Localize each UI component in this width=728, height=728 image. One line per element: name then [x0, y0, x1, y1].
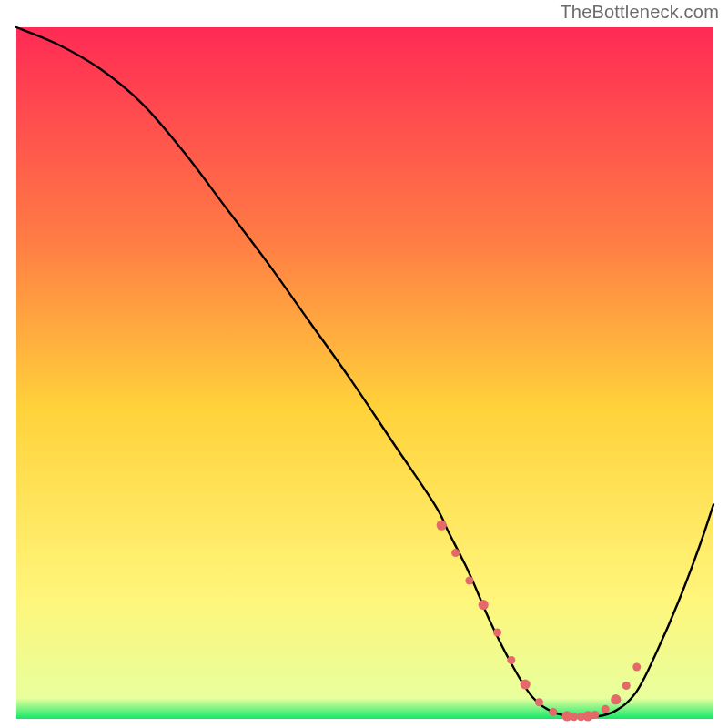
chart-container: TheBottleneck.com — [0, 0, 728, 728]
marker-dot — [479, 600, 489, 610]
marker-dot — [632, 663, 641, 672]
marker-dot — [591, 711, 599, 719]
marker-dot — [451, 549, 460, 557]
marker-dot — [493, 629, 501, 637]
marker-dot — [521, 679, 531, 689]
chart-svg — [0, 0, 728, 728]
marker-dot — [465, 577, 473, 585]
gradient-background — [16, 27, 713, 719]
marker-dot — [570, 713, 578, 721]
marker-dot — [437, 521, 447, 531]
marker-dot — [549, 708, 557, 716]
marker-dot — [602, 705, 610, 713]
marker-dot — [611, 694, 621, 704]
marker-dot — [622, 682, 631, 690]
marker-dot — [507, 656, 515, 664]
watermark-text: TheBottleneck.com — [560, 2, 719, 23]
marker-dot — [535, 698, 543, 706]
